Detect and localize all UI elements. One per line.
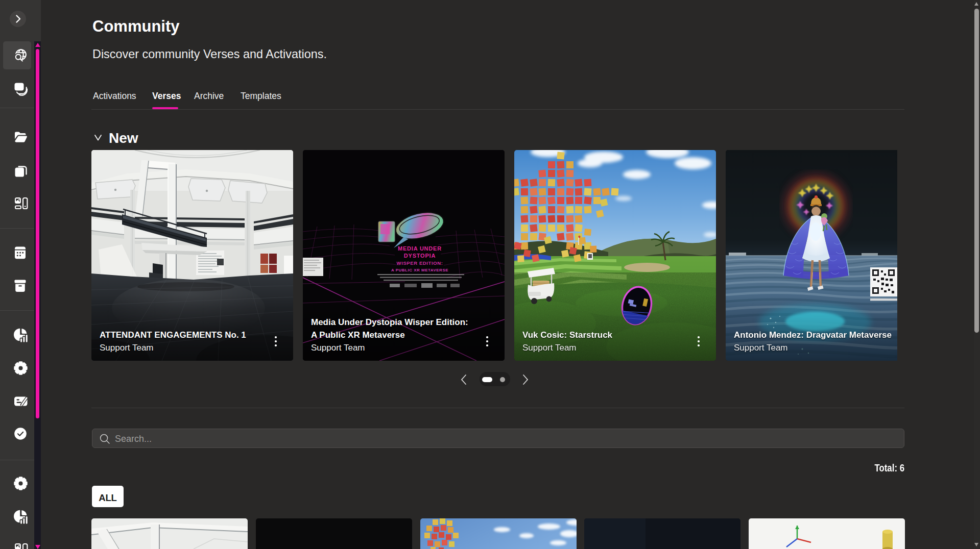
svg-text:WISPER EDITION:: WISPER EDITION: <box>397 260 443 266</box>
svg-text:DYSTOPIA: DYSTOPIA <box>404 253 436 259</box>
svg-text:A PUBLIC XR METAVERSE: A PUBLIC XR METAVERSE <box>391 268 448 272</box>
svg-text:MEDIA UNDER: MEDIA UNDER <box>398 245 442 252</box>
